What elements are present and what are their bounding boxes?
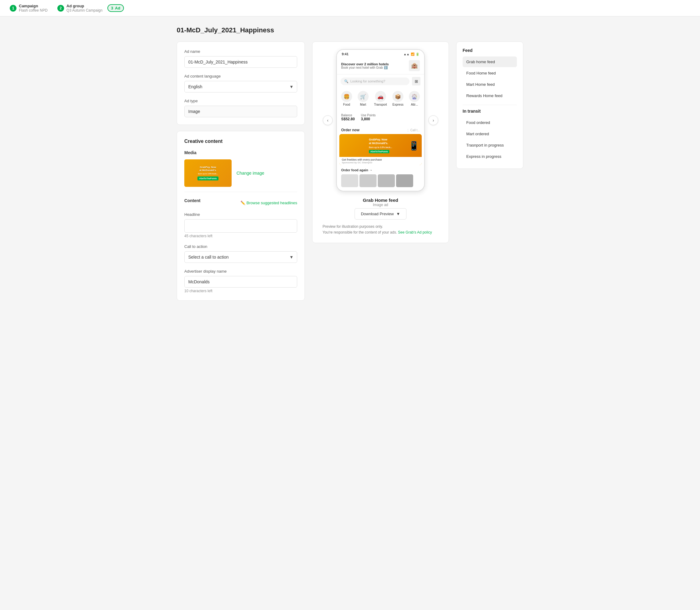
language-group: Ad content language English ▼ [184,74,297,93]
media-preview-row: GrabPay. Nowat McDonald's. Earn up to 3.… [184,159,297,192]
disclaimer-line1: Preview for illustration purposes only. [322,224,438,229]
step-2-info: Ad group Q3 Autumn Campaign [67,4,102,13]
call-to-action-label: Call to action [184,244,297,249]
caption-subtitle: Image ad [363,203,398,207]
nav-step-2[interactable]: 2 Ad group Q3 Autumn Campaign [57,4,102,13]
feed-item-transport-progress[interactable]: Trasnport in progress [463,140,517,150]
hotel-banner-subtitle: Book your next hotel with Grab ℹ️ [341,66,389,69]
download-label: Download Preview [361,212,394,216]
step-1-title: Campaign [19,4,48,8]
advertiser-name-group: Advertiser display name 10 characters le… [184,269,297,293]
status-icons: ▲▲ 📶 🔋 [403,52,419,56]
ad-sponsor: Sponsored by GC Shampoo [342,161,382,164]
service-transport[interactable]: 🚗 Transport [374,91,387,106]
signal-icon: 📶 [411,52,414,56]
wifi-icon: ▲▲ [403,52,410,56]
preview-card: ‹ 9:41 ▲▲ 📶 🔋 [312,42,449,243]
middle-panel: ‹ 9:41 ▲▲ 📶 🔋 [312,42,449,243]
food-thumbnails [339,173,422,188]
food-thumb-3 [378,174,395,187]
content-section: Content ✏️ Browse suggested headlines He… [184,198,297,293]
creative-content-card: Creative content Media GrabPay. Nowat Mc… [177,131,305,301]
headline-label: Headline [184,212,297,217]
disclaimer-line2: You're responsible for the content of yo… [322,229,438,236]
feed-item-food-ordered[interactable]: Food ordered [463,117,517,128]
step-2-subtitle: Q3 Autumn Campaign [67,8,102,13]
content-header: Content ✏️ Browse suggested headlines [184,198,297,207]
feed-item-rewards-home[interactable]: Rewards Home feed [463,90,517,101]
media-thumb-text: GrabPay. Nowat McDonald's. Earn up to 3.… [196,164,220,182]
main-layout: Ad name Ad content language English ▼ Ad… [177,42,523,301]
hotel-banner: Discover over 2 million hotels Book your… [337,57,424,75]
step-1-subtitle: Flash coffee NPD [19,8,48,13]
headline-char-hint: 45 characters left [184,234,297,238]
headline-input[interactable] [184,219,297,232]
search-icon: 🔍 [344,79,349,83]
info-icon: ℹ️ [384,66,387,69]
page-title: 01-McD_July_2021_Happiness [177,26,523,34]
food-service-icon: 🍔 [341,91,352,102]
advertiser-input[interactable] [184,276,297,288]
hotel-banner-text: Discover over 2 million hotels Book your… [341,62,389,69]
ad-card-image: GrabPay. Now at McDonald's. Earn up to 3… [339,134,422,157]
creative-section-title: Creative content [184,139,297,144]
ad-policy-link[interactable]: See Grab's Ad policy [398,230,432,235]
feed-list-card: Feed Grab home feed Food Home feed Mart … [456,42,523,169]
language-select[interactable]: English [184,81,297,93]
advertiser-label: Advertiser display name [184,269,297,274]
media-thumbnail: GrabPay. Nowat McDonald's. Earn up to 3.… [184,159,232,187]
points-label: Use Points [361,114,376,117]
media-label: Media [184,150,297,155]
ad-name-input[interactable] [184,56,297,68]
feed-item-grab-home[interactable]: Grab home feed [463,57,517,67]
balance-value: S$52.80 [341,117,355,121]
search-bar[interactable]: 🔍 Looking for something? [340,78,410,85]
call-to-action-select[interactable]: Select a call to action [184,251,297,263]
download-preview-button[interactable]: Download Preview ▼ [354,208,407,220]
express-service-icon: 📦 [393,91,403,102]
nav-step-1[interactable]: 1 Campaign Flash coffee NPD [10,4,48,13]
points-item: Use Points 3,800 [361,114,376,121]
left-panel: Ad name Ad content language English ▼ Ad… [177,42,305,301]
hotel-banner-title: Discover over 2 million hotels [341,62,389,66]
browse-suggested-headlines-link[interactable]: ✏️ Browse suggested headlines [240,200,297,205]
phone-mockup: 9:41 ▲▲ 📶 🔋 Discover over 2 million hote… [336,49,425,191]
phone-carousel: ‹ 9:41 ▲▲ 📶 🔋 [320,49,441,191]
service-mart[interactable]: 🛒 Mart [357,91,369,106]
media-section: Media GrabPay. Nowat McDonald's. Earn up… [184,150,297,192]
ad-name-group: Ad name [184,49,297,68]
mart-service-icon: 🛒 [357,91,369,102]
battery-icon: 🔋 [416,52,419,56]
carousel-prev-button[interactable]: ‹ [323,115,333,125]
feed-item-food-home[interactable]: Food Home feed [463,68,517,79]
change-image-button[interactable]: Change image [236,171,264,176]
call-to-action-group: Call to action Select a call to action ▼ [184,244,297,263]
hotel-icon: 🏨 [409,60,420,71]
service-attractions[interactable]: 🎡 Attr... [409,91,420,106]
ad-name-label: Ad name [184,49,297,54]
carousel-next-button[interactable]: › [429,115,438,125]
feed-list-title: Feed [463,48,517,53]
service-express[interactable]: 📦 Express [393,91,403,106]
services-row: 🍔 Food 🛒 Mart 🚗 Transport [337,88,424,109]
phone-time: 9:41 [342,52,349,56]
search-bar-row: 🔍 Looking for something? ⊞ [337,75,424,88]
feed-item-mart-ordered[interactable]: Mart ordered [463,129,517,139]
feed-item-express-progress[interactable]: Express in progress [463,151,517,162]
scan-icon: ⊞ [412,77,420,85]
in-transit-title: In transit [463,109,517,114]
ad-card: GrabPay. Now at McDonald's. Earn up to 3… [339,134,422,165]
ad-type-group: Ad type Image [184,99,297,117]
balance-label: Balance [341,114,355,117]
order-food-again: Order food again → [339,167,422,173]
media-thumb-inner: GrabPay. Nowat McDonald's. Earn up to 3.… [184,159,232,187]
nav-step-3[interactable]: 3 Ad [112,5,119,12]
page-content: 01-McD_July_2021_Happiness Ad name Ad co… [167,16,533,310]
disclaimer: Preview for illustration purposes only. … [322,224,438,236]
phone-caption: Grab Home feed Image ad [363,197,398,207]
transport-service-icon: 🚗 [375,91,386,102]
language-label: Ad content language [184,74,297,79]
feed-item-mart-home[interactable]: Mart Home feed [463,79,517,90]
ad-card-footer: Get freebies with every purchase Sponsor… [339,157,422,165]
service-food[interactable]: 🍔 Food [341,91,352,106]
